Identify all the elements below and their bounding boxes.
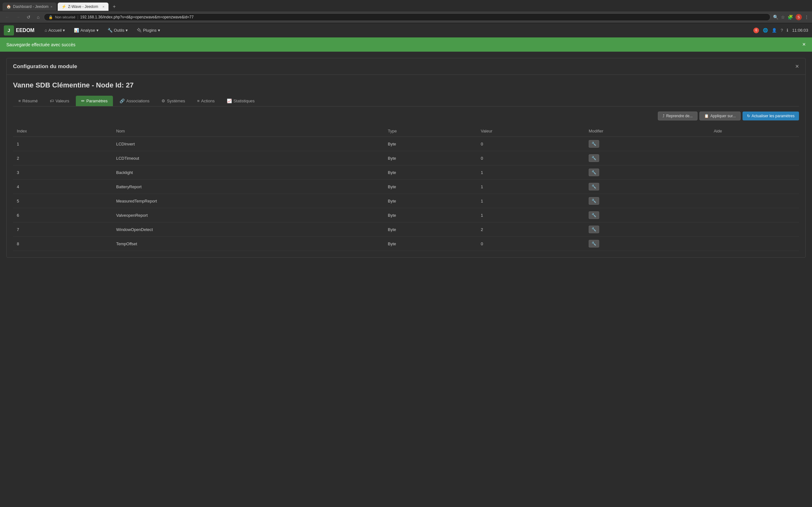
tab-favicon: 🏠 — [6, 4, 11, 9]
extensions-icon[interactable]: 🧩 — [788, 14, 793, 20]
cell-valeur: 0 — [477, 237, 585, 251]
valeurs-icon: 🏷 — [50, 99, 54, 103]
tab-statistiques[interactable]: 📈 Statistiques — [221, 96, 260, 106]
notification-close[interactable]: × — [802, 41, 806, 48]
tab-actions[interactable]: ≡ Actions — [192, 96, 220, 106]
cell-valeur: 1 — [477, 194, 585, 208]
cell-modifier: 🔧 — [585, 208, 710, 222]
forward-button[interactable]: → — [14, 13, 22, 21]
user-icon[interactable]: 👤 — [772, 28, 777, 33]
statistiques-icon: 📈 — [227, 99, 232, 103]
new-tab-button[interactable]: + — [110, 2, 119, 11]
tab-associations[interactable]: 🔗 Associations — [114, 96, 155, 106]
col-valeur: Valeur — [477, 125, 585, 137]
tab-zwave[interactable]: ⚡ Z-Wave - Jeedom × — [58, 3, 108, 11]
cell-valeur: 0 — [477, 137, 585, 151]
tab-parametres[interactable]: ✏ Paramètres — [76, 96, 113, 106]
nav-plugins[interactable]: 🔌 Plugins ▾ — [133, 26, 164, 35]
menu-icon[interactable]: ⋮ — [804, 14, 809, 20]
tab-statistiques-label: Statistiques — [234, 99, 255, 103]
appliquer-button[interactable]: 📋 Appliquer sur... — [699, 112, 741, 120]
home-button[interactable]: ⌂ — [35, 13, 41, 21]
cell-nom: BatteryReport — [112, 180, 384, 194]
table-body: 1LCDInvertByte0🔧2LCDTimeoutByte0🔧3Backli… — [13, 137, 799, 251]
tab-resume-label: Résumé — [22, 99, 38, 103]
parametres-icon: ✏ — [81, 99, 85, 103]
cell-nom: Backlight — [112, 165, 384, 180]
appliquer-icon: 📋 — [704, 114, 709, 118]
plugins-nav-icon: 🔌 — [137, 28, 142, 33]
actualiser-button[interactable]: ↻ Actualiser les paramètres — [743, 112, 799, 120]
tab-systemes[interactable]: ⚙ Systèmes — [156, 96, 190, 106]
nav-outils-label: Outils — [114, 28, 124, 33]
cell-type: Byte — [384, 137, 477, 151]
modifier-button[interactable]: 🔧 — [589, 197, 599, 205]
profile-icon[interactable]: S — [796, 14, 802, 20]
modifier-button[interactable]: 🔧 — [589, 211, 599, 219]
appliquer-label: Appliquer sur... — [711, 114, 736, 118]
security-label: Non sécurisé — [55, 15, 75, 19]
cell-type: Byte — [384, 165, 477, 180]
logo-box: J — [4, 25, 14, 36]
modifier-button[interactable]: 🔧 — [589, 240, 599, 247]
cell-index: 6 — [13, 208, 112, 222]
help-icon[interactable]: ? — [780, 28, 783, 33]
cell-modifier: 🔧 — [585, 165, 710, 180]
search-icon[interactable]: 🔍 — [773, 14, 778, 20]
network-icon[interactable]: 🌐 — [763, 28, 768, 33]
associations-icon: 🔗 — [119, 99, 125, 103]
jeedom-logo: J EEDOM — [4, 25, 35, 36]
cell-valeur: 1 — [477, 180, 585, 194]
cell-nom: ValveopenReport — [112, 208, 384, 222]
cell-valeur: 2 — [477, 222, 585, 237]
modifier-button[interactable]: 🔧 — [589, 140, 599, 148]
cell-modifier: 🔧 — [585, 237, 710, 251]
security-icon: 🔒 — [49, 15, 53, 19]
back-button[interactable]: ← — [3, 13, 11, 21]
tab-valeurs[interactable]: 🏷 Valeurs — [44, 96, 74, 106]
reprendre-label: Reprendre de... — [666, 114, 693, 118]
cell-index: 8 — [13, 237, 112, 251]
cell-modifier: 🔧 — [585, 180, 710, 194]
cell-type: Byte — [384, 194, 477, 208]
info-icon[interactable]: ℹ — [786, 28, 788, 33]
nav-accueil-label: Accueil — [49, 28, 62, 33]
url-text: 192.168.1.36/index.php?v=d&p=openzwave&m… — [80, 15, 194, 19]
tab-dashboard[interactable]: 🏠 Dashboard - Jeedom × — [3, 3, 56, 11]
cell-aide — [710, 208, 799, 222]
modifier-button[interactable]: 🔧 — [589, 154, 599, 162]
address-input[interactable]: 🔒 Non sécurisé | 192.168.1.36/index.php?… — [44, 13, 770, 21]
col-nom: Nom — [112, 125, 384, 137]
cell-valeur: 1 — [477, 208, 585, 222]
modifier-button[interactable]: 🔧 — [589, 226, 599, 233]
outils-nav-icon: 🔧 — [107, 28, 113, 33]
refresh-button[interactable]: ↺ — [25, 13, 32, 21]
tab-resume[interactable]: ≡ Résumé — [13, 96, 43, 106]
action-buttons: ⤴ Reprendre de... 📋 Appliquer sur... ↻ A… — [13, 112, 799, 120]
address-bar: ← → ↺ ⌂ 🔒 Non sécurisé | 192.168.1.36/in… — [0, 11, 812, 23]
analyse-nav-icon: 📊 — [74, 28, 79, 33]
module-title: Vanne SDB Clémentine - Node Id: 27 — [13, 81, 799, 89]
tab-close[interactable]: × — [50, 5, 52, 9]
table-row: 7WindowOpenDetectByte2🔧 — [13, 222, 799, 237]
tab-label: Z-Wave - Jeedom — [68, 4, 98, 9]
tab-close[interactable]: × — [102, 5, 104, 9]
nav-dropdown-icon: ▾ — [125, 28, 128, 33]
table-row: 8TempOffsetByte0🔧 — [13, 237, 799, 251]
modifier-button[interactable]: 🔧 — [589, 183, 599, 190]
nav-analyse[interactable]: 📊 Analyse ▾ — [70, 26, 102, 35]
modal-close-button[interactable]: × — [795, 63, 799, 70]
cell-aide — [710, 165, 799, 180]
cell-index: 2 — [13, 151, 112, 165]
table-row: 2LCDTimeoutByte0🔧 — [13, 151, 799, 165]
bookmark-icon[interactable]: ☆ — [781, 14, 785, 20]
notification-message: Sauvegarde effectuée avec succès — [6, 42, 75, 47]
nav-outils[interactable]: 🔧 Outils ▾ — [104, 26, 132, 35]
modifier-button[interactable]: 🔧 — [589, 169, 599, 176]
cell-nom: TempOffset — [112, 237, 384, 251]
notification-badge[interactable]: 6 — [753, 27, 759, 33]
module-config-modal: Configuration du module × Vanne SDB Clém… — [6, 58, 806, 258]
actualiser-label: Actualiser les paramètres — [752, 114, 795, 118]
reprendre-button[interactable]: ⤴ Reprendre de... — [658, 112, 697, 120]
nav-accueil[interactable]: ⌂ Accueil ▾ — [41, 26, 69, 35]
